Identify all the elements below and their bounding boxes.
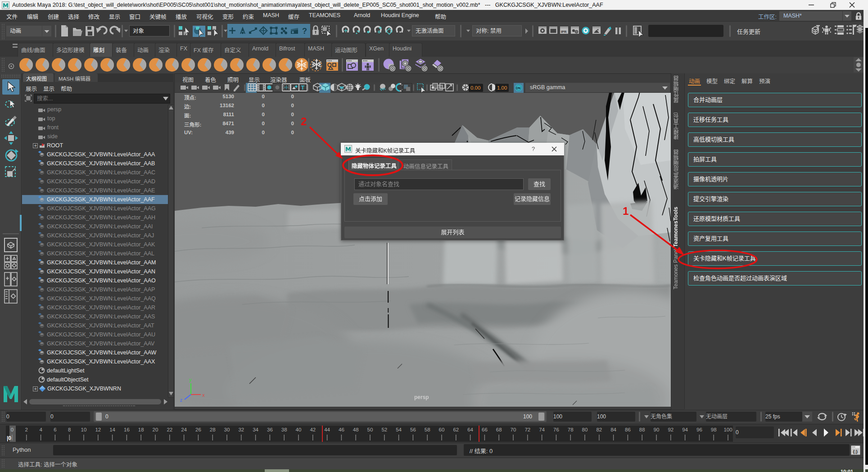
svg-text:52: 52: [381, 427, 387, 432]
svg-text:64: 64: [467, 427, 473, 432]
svg-text:z: z: [180, 397, 183, 403]
svg-text:persp: persp: [414, 394, 429, 400]
svg-text:92: 92: [668, 427, 674, 432]
svg-text:66: 66: [482, 427, 488, 432]
svg-text:28: 28: [210, 427, 216, 432]
svg-text:78: 78: [568, 427, 574, 432]
svg-text:{;}: {;}: [853, 449, 858, 454]
svg-text:20: 20: [153, 427, 158, 432]
svg-text:x: x: [202, 392, 205, 398]
svg-text:54: 54: [396, 427, 402, 432]
svg-text:84: 84: [610, 427, 616, 432]
svg-text:6: 6: [54, 427, 56, 432]
svg-text:0: 0: [11, 427, 14, 432]
svg-text:76: 76: [553, 427, 559, 432]
svg-text:44: 44: [324, 427, 330, 432]
svg-text:10: 10: [81, 427, 87, 432]
svg-text:T: T: [301, 84, 305, 91]
svg-text:58: 58: [425, 427, 430, 432]
svg-text:100: 100: [723, 427, 732, 432]
svg-text:34: 34: [253, 427, 258, 432]
svg-text:8: 8: [68, 427, 71, 432]
svg-text:32: 32: [238, 427, 244, 432]
svg-text:y: y: [189, 377, 192, 382]
svg-text:50: 50: [367, 427, 373, 432]
svg-text:30: 30: [224, 427, 230, 432]
svg-text:?: ?: [302, 27, 307, 36]
svg-text:48: 48: [353, 427, 359, 432]
svg-text:96: 96: [696, 427, 702, 432]
svg-text:80: 80: [582, 427, 588, 432]
svg-text:42: 42: [310, 427, 316, 432]
svg-text:94: 94: [682, 427, 688, 432]
svg-text:38: 38: [281, 427, 287, 432]
svg-text:14: 14: [109, 427, 115, 432]
svg-text:72: 72: [524, 427, 530, 432]
svg-text:90: 90: [654, 427, 660, 432]
svg-text:18: 18: [138, 427, 144, 432]
svg-text:16: 16: [124, 427, 130, 432]
svg-text:82: 82: [596, 427, 602, 432]
svg-text:70: 70: [511, 427, 516, 432]
svg-text:24: 24: [181, 427, 187, 432]
svg-text:40: 40: [296, 427, 302, 432]
svg-text:88: 88: [639, 427, 645, 432]
svg-text:98: 98: [711, 427, 717, 432]
svg-text:36: 36: [267, 427, 273, 432]
svg-text:IPR: IPR: [561, 30, 567, 34]
svg-text:ON: ON: [516, 86, 520, 90]
svg-text:74: 74: [539, 427, 545, 432]
svg-text:2: 2: [25, 427, 28, 432]
svg-text:62: 62: [453, 427, 459, 432]
svg-text:46: 46: [339, 427, 344, 432]
svg-text:22: 22: [167, 427, 172, 432]
svg-text:86: 86: [625, 427, 631, 432]
svg-text:|0: |0: [7, 435, 11, 441]
svg-text:12: 12: [95, 427, 101, 432]
svg-text:60: 60: [439, 427, 445, 432]
svg-text:4: 4: [39, 427, 42, 432]
svg-text:26: 26: [195, 427, 201, 432]
svg-text:56: 56: [410, 427, 416, 432]
svg-text:68: 68: [496, 427, 502, 432]
